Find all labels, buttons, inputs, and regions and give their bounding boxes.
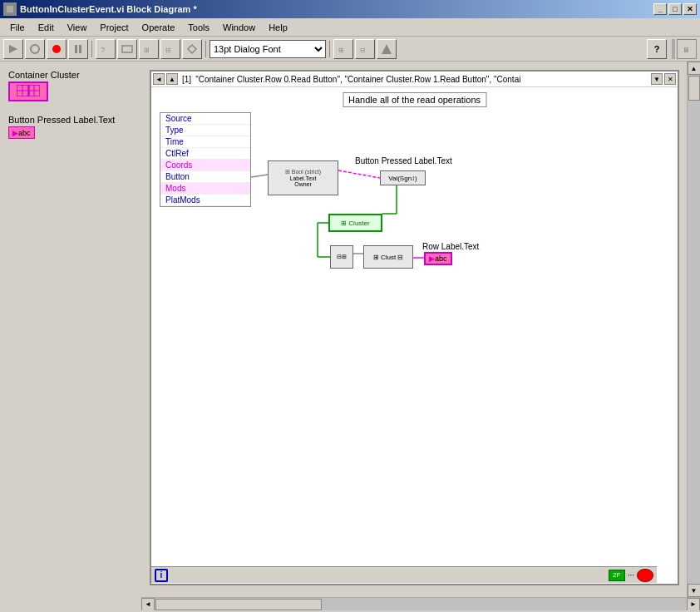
event-ctlref: CtlRef bbox=[160, 148, 250, 160]
toolbar-btn-2[interactable] bbox=[25, 39, 45, 59]
title-buttons: _ □ ✕ bbox=[653, 3, 697, 15]
toolbar-btn-1[interactable] bbox=[3, 39, 23, 59]
menu-file[interactable]: File bbox=[3, 21, 32, 34]
menu-bar: File Edit View Project Operate Tools Win… bbox=[0, 18, 700, 37]
svg-rect-6 bbox=[79, 45, 81, 53]
left-panel: Container Cluster Button Pressed Label.T… bbox=[0, 62, 141, 610]
diagram-expand-button[interactable]: ▲ bbox=[166, 73, 178, 85]
toolbar-btn-9[interactable] bbox=[182, 39, 202, 59]
svg-line-23 bbox=[338, 170, 380, 178]
menu-window[interactable]: Window bbox=[216, 21, 262, 34]
toolbar-btn-7[interactable]: ⊞ bbox=[139, 39, 159, 59]
scroll-thumb-h[interactable] bbox=[155, 599, 322, 610]
canvas-area: ◄ ▲ [1] "Container Cluster.Row 0.Read Bu… bbox=[141, 62, 700, 610]
svg-marker-14 bbox=[382, 44, 392, 54]
clust-node: ⊞ Clust ⊟ bbox=[363, 245, 413, 269]
diagram-index: [1] bbox=[180, 75, 194, 84]
toolbar-sep-2 bbox=[205, 41, 206, 57]
diagram-body[interactable]: Handle all of the read operations Source… bbox=[151, 87, 678, 583]
menu-help[interactable]: Help bbox=[262, 21, 294, 34]
scroll-right-button[interactable]: ► bbox=[687, 598, 700, 611]
button-pressed-item: Button Pressed Label.Text ▶abc bbox=[8, 115, 133, 139]
app-icon bbox=[3, 2, 17, 16]
event-coords: Coords bbox=[160, 160, 250, 171]
val-sgn-node: Val(Sgn↕) bbox=[380, 170, 426, 185]
container-cluster-item: Container Cluster bbox=[8, 70, 133, 101]
diagram-header: ◄ ▲ [1] "Container Cluster.Row 0.Read Bu… bbox=[151, 72, 678, 87]
scroll-left-button[interactable]: ◄ bbox=[141, 598, 155, 611]
diagram-close-button[interactable]: ✕ bbox=[664, 73, 676, 85]
handle-label: Handle all of the read operations bbox=[343, 92, 486, 107]
toolbar-btn-stop[interactable] bbox=[47, 39, 67, 59]
wire-separator: ··· bbox=[628, 570, 634, 580]
button-pressed-badge: ▶abc bbox=[8, 126, 35, 139]
unbundle-node: ⊟⊞ bbox=[330, 245, 353, 269]
run-status: 2F bbox=[609, 570, 625, 581]
toolbar-btn-5[interactable]: ? bbox=[96, 39, 116, 59]
svg-point-4 bbox=[52, 45, 61, 53]
scroll-up-button[interactable]: ▲ bbox=[688, 62, 701, 75]
info-icon: i bbox=[155, 569, 168, 582]
menu-operate[interactable]: Operate bbox=[136, 21, 182, 34]
container-cluster-label: Container Cluster bbox=[8, 70, 133, 80]
diagram-dropdown-button[interactable]: ▼ bbox=[651, 73, 663, 85]
bool-strict-node: ⊞ Bool (strict) Label.Text Owner bbox=[268, 160, 338, 195]
scroll-track-h bbox=[155, 598, 687, 611]
menu-project[interactable]: Project bbox=[93, 21, 135, 34]
toolbar-btn-6[interactable] bbox=[117, 39, 137, 59]
event-struct: Source Type Time CtlRef Coords Button Mo… bbox=[160, 112, 251, 207]
scroll-track-v bbox=[688, 75, 701, 584]
svg-marker-2 bbox=[9, 45, 17, 53]
main-area: Container Cluster Button Pressed Label.T… bbox=[0, 62, 700, 610]
toolbar-btn-8[interactable]: ⊟ bbox=[160, 39, 180, 59]
scroll-down-button[interactable]: ▼ bbox=[688, 584, 701, 597]
svg-rect-8 bbox=[122, 46, 132, 52]
toolbar-sep-1 bbox=[91, 41, 92, 57]
diagram-prev-button[interactable]: ◄ bbox=[153, 73, 165, 85]
close-button[interactable]: ✕ bbox=[683, 3, 697, 15]
svg-marker-11 bbox=[188, 45, 196, 53]
title-bar: ButtonInClusterEvent.vi Block Diagram * … bbox=[0, 0, 700, 18]
stop-button[interactable] bbox=[637, 569, 653, 582]
svg-point-31 bbox=[641, 571, 649, 580]
toolbar-btn-dist[interactable]: ⊟ bbox=[355, 39, 375, 59]
run-indicator: 2F ··· bbox=[609, 569, 653, 582]
svg-line-22 bbox=[251, 175, 268, 177]
toolbar-btn-pause[interactable] bbox=[68, 39, 88, 59]
row-label-badge: ▶abc bbox=[424, 252, 452, 265]
event-mods: Mods bbox=[160, 183, 250, 195]
menu-view[interactable]: View bbox=[61, 21, 94, 34]
event-platmods: PlatMods bbox=[160, 195, 250, 206]
toolbar-sep-3 bbox=[329, 41, 330, 57]
context-help-icon[interactable]: 🖥 bbox=[677, 39, 697, 59]
svg-text:⊟: ⊟ bbox=[165, 47, 171, 54]
container-cluster-badge bbox=[8, 81, 48, 101]
minimize-button[interactable]: _ bbox=[653, 3, 667, 15]
button-pressed-label: Button Pressed Label.Text bbox=[8, 115, 133, 125]
bottom-bar: i 2F ··· bbox=[151, 566, 657, 583]
event-button: Button bbox=[160, 171, 250, 183]
menu-edit[interactable]: Edit bbox=[32, 21, 61, 34]
toolbar: ? ⊞ ⊟ 13pt Dialog Font ⊞ ⊟ ? 🖥 bbox=[0, 37, 700, 62]
toolbar-btn-align[interactable]: ⊞ bbox=[333, 39, 353, 59]
maximize-button[interactable]: □ bbox=[668, 3, 682, 15]
font-selector[interactable]: 13pt Dialog Font bbox=[210, 40, 326, 58]
diagram-title: "Container Cluster.Row 0.Read Button", "… bbox=[195, 75, 649, 84]
help-button[interactable]: ? bbox=[647, 39, 667, 59]
svg-text:⊞: ⊞ bbox=[144, 47, 150, 54]
event-source: Source bbox=[160, 113, 250, 125]
horizontal-scrollbar[interactable]: ◄ ► bbox=[141, 597, 700, 610]
menu-tools[interactable]: Tools bbox=[181, 21, 216, 34]
svg-text:?: ? bbox=[101, 46, 105, 54]
event-time: Time bbox=[160, 136, 250, 148]
svg-point-3 bbox=[31, 45, 39, 53]
vertical-scrollbar[interactable]: ▲ ▼ bbox=[687, 62, 700, 597]
event-type: Type bbox=[160, 125, 250, 136]
svg-text:⊞: ⊞ bbox=[338, 47, 344, 54]
scroll-thumb-v[interactable] bbox=[688, 76, 700, 101]
toolbar-btn-order[interactable] bbox=[377, 39, 397, 59]
svg-rect-1 bbox=[7, 6, 13, 12]
svg-rect-5 bbox=[75, 45, 77, 53]
diagram-window: ◄ ▲ [1] "Container Cluster.Row 0.Read Bu… bbox=[150, 70, 679, 585]
row-label-text: Row Label.Text bbox=[422, 242, 479, 251]
